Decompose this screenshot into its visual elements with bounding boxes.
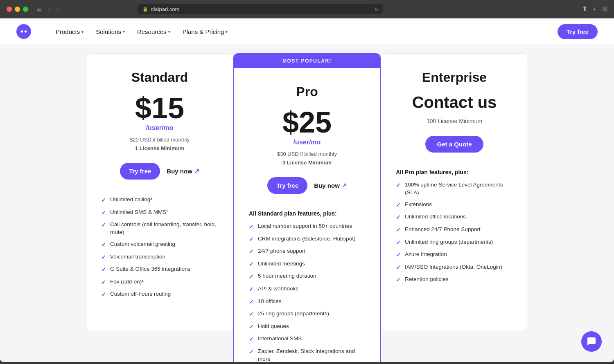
standard-try-free-button[interactable]: Try free (120, 163, 160, 180)
nav-cta: Try free (558, 24, 598, 39)
check-icon: ✓ (101, 209, 106, 217)
security-icon: 🔒 (142, 7, 148, 12)
check-icon: ✓ (249, 298, 254, 306)
products-chevron-icon: ▾ (81, 29, 84, 34)
list-item: ✓Local number support in 50+ countries (249, 222, 365, 231)
standard-plan-name: Standard (101, 70, 218, 85)
check-icon: ✓ (101, 221, 106, 229)
check-icon: ✓ (249, 310, 254, 319)
list-item: ✓IAM/SSO Integrations (Okta, OneLogin) (396, 263, 513, 272)
standard-plan-period: /user/mo (101, 124, 218, 132)
list-item: ✓Unlimited calling² (101, 196, 218, 204)
buy-now-arrow-icon: ↗ (341, 182, 347, 189)
pro-minimum: 3 License Minimum (249, 160, 365, 166)
list-item: ✓25 ring groups (departments) (249, 310, 365, 319)
check-icon: ✓ (249, 348, 254, 356)
list-item: ✓24/7 phone support (249, 247, 365, 256)
check-icon: ✓ (101, 241, 106, 249)
logo[interactable] (16, 24, 31, 39)
traffic-lights (7, 7, 28, 12)
check-icon: ✓ (101, 291, 106, 299)
browser-navigation: ▤ ‹ › (35, 5, 60, 13)
pro-billing-note: $30 USD if billed monthly (249, 151, 365, 157)
check-icon: ✓ (396, 264, 401, 272)
check-icon: ✓ (396, 276, 401, 284)
pro-buy-now-button[interactable]: Buy now ↗ (314, 182, 347, 189)
list-item: ✓Call controls (call forwarding, transfe… (101, 221, 218, 236)
check-icon: ✓ (396, 213, 401, 222)
list-item: ✓Zapier, Zendesk, Slack integrations and… (249, 348, 365, 362)
enterprise-contact-us: Contact us (396, 93, 513, 111)
check-icon: ✓ (396, 201, 401, 209)
nav-try-free-button[interactable]: Try free (558, 24, 598, 39)
get-quote-button[interactable]: Get a Quote (425, 136, 483, 153)
standard-plan-price: $15 (101, 93, 218, 123)
check-icon: ✓ (249, 261, 254, 269)
check-icon: ✓ (101, 279, 106, 287)
list-item: ✓5 hour meeting duration (249, 272, 365, 281)
nav-resources[interactable]: Resources ▾ (137, 28, 170, 35)
most-popular-banner: MOST POPULAR! (233, 53, 381, 68)
list-item: ✓Azure Integration (396, 251, 513, 259)
enterprise-plan-card: Enterprise Contact us 100 License Minimu… (381, 53, 528, 331)
resources-chevron-icon: ▾ (168, 29, 170, 34)
list-item: ✓International SMS (249, 335, 365, 344)
pro-plan-actions: Try free Buy now ↗ (249, 177, 365, 194)
nav-products[interactable]: Products ▾ (56, 28, 84, 35)
address-bar[interactable]: 🔒 dialpad.com ↻ (138, 4, 383, 14)
check-icon: ✓ (249, 248, 254, 256)
nav-links: Products ▾ Solutions ▾ Resources ▾ Plans… (56, 28, 558, 35)
maximize-button[interactable] (23, 7, 28, 12)
enterprise-plan-name: Enterprise (396, 70, 513, 85)
nav-plans-pricing[interactable]: Plans & Pricing ▾ (183, 28, 228, 35)
browser-content: Products ▾ Solutions ▾ Resources ▾ Plans… (0, 18, 614, 362)
back-button[interactable]: ‹ (47, 5, 52, 13)
check-icon: ✓ (101, 196, 106, 204)
new-tab-icon[interactable]: ＋ (591, 5, 598, 13)
pro-plan-period: /user/mo (249, 139, 365, 146)
buy-now-arrow-icon: ↗ (194, 167, 199, 175)
standard-plan-actions: Try free Buy now ↗ (101, 163, 218, 180)
nav-solutions[interactable]: Solutions ▾ (96, 28, 125, 35)
browser-chrome: ▤ ‹ › 🔒 dialpad.com ↻ ⬆ ＋ ⊞ (0, 0, 614, 18)
list-item: ✓Unlimited ring groups (departments) (396, 238, 513, 247)
enterprise-actions: Get a Quote (396, 136, 513, 153)
list-item: ✓Enhanced 24/7 Phone Support (396, 226, 513, 234)
tab-sidebar-icon[interactable]: ▤ (35, 5, 43, 13)
check-icon: ✓ (249, 285, 254, 294)
check-icon: ✓ (396, 239, 401, 247)
list-item: ✓Unlimited meetings (249, 260, 365, 269)
dialpad-logo-icon (19, 27, 28, 36)
pro-features-list: ✓Local number support in 50+ countries ✓… (249, 222, 365, 362)
check-icon: ✓ (249, 223, 254, 231)
share-icon[interactable]: ⬆ (582, 5, 587, 13)
chat-bubble-button[interactable] (581, 331, 602, 352)
list-item: ✓Hold queues (249, 323, 365, 331)
pricing-section: Standard $15 /user/mo $20 USD if billed … (0, 53, 614, 362)
svg-point-1 (25, 30, 27, 33)
standard-buy-now-button[interactable]: Buy now ↗ (167, 167, 199, 175)
plans-chevron-icon: ▾ (226, 29, 228, 34)
list-item: ✓CRM integrations (Salesforce, Hubspot) (249, 235, 365, 244)
refresh-icon[interactable]: ↻ (374, 7, 378, 12)
forward-button[interactable]: › (55, 5, 61, 13)
check-icon: ✓ (249, 236, 254, 244)
check-icon: ✓ (396, 226, 401, 234)
standard-features-list: ✓Unlimited calling² ✓Unlimited SMS & MMS… (101, 196, 218, 299)
check-icon: ✓ (249, 273, 254, 281)
standard-minimum: 1 License Minimum (101, 145, 218, 151)
pro-try-free-button[interactable]: Try free (267, 177, 307, 194)
svg-point-0 (21, 30, 23, 33)
enterprise-features-header: All Pro plan features, plus: (396, 169, 513, 175)
check-icon: ✓ (249, 335, 254, 344)
close-button[interactable] (7, 7, 12, 12)
list-item: ✓Retention policies (396, 276, 513, 284)
pro-plan-price: $25 (249, 108, 365, 137)
minimize-button[interactable] (15, 7, 20, 12)
check-icon: ✓ (101, 266, 106, 274)
chat-icon (587, 337, 596, 346)
grid-icon[interactable]: ⊞ (602, 5, 607, 13)
list-item: ✓Fax (add-on)¹ (101, 278, 218, 287)
list-item: ✓API & webhooks (249, 285, 365, 294)
navigation: Products ▾ Solutions ▾ Resources ▾ Plans… (0, 18, 614, 45)
